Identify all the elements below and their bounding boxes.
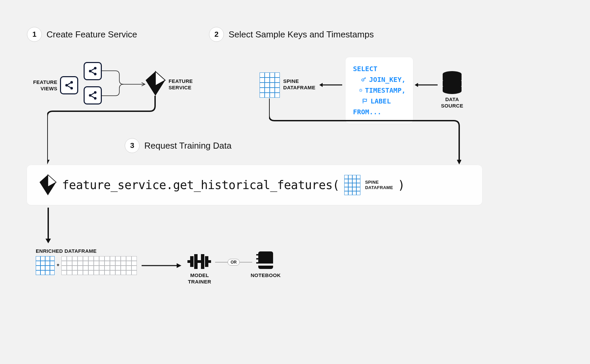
feature-view-tile <box>60 76 78 94</box>
svg-line-18 <box>365 78 366 79</box>
step2-header: 2 Select Sample Keys and Timestamps <box>209 27 374 42</box>
sql-joinkey: JOIN_KEY, <box>369 74 406 85</box>
feature-view-tile <box>84 62 102 80</box>
svg-point-1 <box>70 81 73 84</box>
feature-service-label: FEATURE SERVICE <box>169 78 193 91</box>
svg-point-2 <box>70 87 73 90</box>
database-icon <box>442 71 463 94</box>
plus-symbol: + <box>57 262 59 268</box>
step1-title: Create Feature Service <box>47 29 137 40</box>
feature-service-icon <box>144 71 167 96</box>
step1-header: 1 Create Feature Service <box>27 27 137 42</box>
connector <box>269 98 461 166</box>
gray-grid-icon <box>61 256 137 275</box>
model-trainer-label: MODEL TRAINER <box>186 272 213 285</box>
svg-rect-35 <box>258 264 273 266</box>
svg-rect-28 <box>194 254 198 269</box>
sql-timestamp: TIMESTAMP, <box>365 85 406 96</box>
share-icon <box>64 80 74 90</box>
spine-dataframe-inline-label: SPINE DATAFRAME <box>365 180 393 191</box>
svg-rect-34 <box>258 251 273 269</box>
svg-rect-31 <box>198 260 201 263</box>
or-divider: OR <box>215 259 252 266</box>
svg-rect-38 <box>256 262 259 264</box>
svg-line-3 <box>68 83 71 85</box>
step2-num: 2 <box>214 30 218 39</box>
arrow-left-icon <box>319 83 342 87</box>
svg-line-4 <box>68 86 71 88</box>
enriched-dataframe-label: ENRICHED DATAFRAME <box>36 248 97 254</box>
code-call-box: feature_service.get_historical_features(… <box>27 165 482 205</box>
step1-num: 1 <box>32 30 36 39</box>
svg-rect-32 <box>187 260 190 263</box>
svg-line-13 <box>91 93 94 95</box>
notebook-icon <box>256 250 274 270</box>
code-close: ) <box>398 178 405 192</box>
svg-point-7 <box>94 73 97 75</box>
arrow-right-icon <box>142 263 182 268</box>
arrow-left-icon <box>414 83 438 87</box>
svg-rect-37 <box>256 258 259 260</box>
svg-rect-30 <box>205 256 208 267</box>
clock-icon <box>359 87 362 93</box>
svg-rect-36 <box>256 254 259 255</box>
sql-select: SELECT <box>353 63 377 74</box>
svg-point-5 <box>89 70 92 72</box>
step1-badge: 1 <box>27 27 42 42</box>
svg-line-21 <box>361 90 361 91</box>
svg-line-9 <box>91 72 94 73</box>
or-pill: OR <box>228 259 240 266</box>
svg-rect-27 <box>190 256 194 267</box>
step2-badge: 2 <box>209 27 224 42</box>
svg-point-0 <box>65 84 68 87</box>
svg-rect-29 <box>201 254 204 269</box>
svg-rect-33 <box>208 260 211 263</box>
spine-dataframe-label: SPINE DATAFRAME <box>283 78 315 91</box>
svg-line-8 <box>91 69 94 70</box>
blue-grid-icon <box>36 256 55 275</box>
arrow-down-icon <box>45 208 52 245</box>
notebook-label: NOTEBOOK <box>250 272 281 279</box>
step2-title: Select Sample Keys and Timestamps <box>229 29 374 40</box>
svg-point-6 <box>94 67 97 70</box>
share-icon <box>88 66 98 76</box>
feature-service-icon <box>38 174 57 196</box>
feature-views-label: FEATURE VIEWS <box>27 79 57 92</box>
connector <box>47 96 162 166</box>
code-text: feature_service.get_historical_features( <box>62 178 340 192</box>
spine-dataframe-grid-icon <box>344 175 360 195</box>
dumbbell-icon <box>187 253 211 270</box>
key-icon <box>361 77 366 83</box>
spine-dataframe-grid-icon <box>260 72 280 98</box>
svg-point-11 <box>94 91 97 94</box>
